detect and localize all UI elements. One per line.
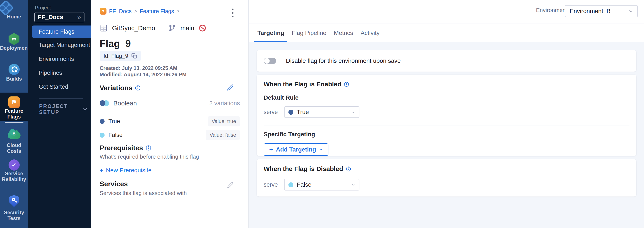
plus-icon: + [269, 146, 273, 153]
disabled-serve-select[interactable]: False [284, 179, 360, 190]
info-icon[interactable] [344, 82, 349, 87]
rail-label: Service [0, 171, 28, 176]
tab-activity[interactable]: Activity [361, 24, 380, 42]
pencil-icon [227, 84, 234, 91]
serve-label: serve [264, 109, 278, 116]
sidebar-item-label: Environments [39, 56, 74, 62]
nav-module-feature-flags[interactable]: ⚑ Feature Flags [0, 96, 28, 123]
breadcrumb-link-project[interactable]: FF_Docs [109, 8, 132, 15]
prerequisites-subtitle: What's required before enabling this fla… [100, 153, 199, 160]
prerequisites-heading: Prerequisites [100, 144, 143, 152]
sidebar-item-pipelines[interactable]: Pipelines [28, 67, 91, 79]
rail-label: Security Tests [0, 209, 28, 221]
project-setup-section[interactable]: PROJECT SETUP [39, 103, 86, 115]
variation-row-true: True Value: true [100, 116, 240, 127]
add-targeting-label: Add Targeting [276, 146, 316, 153]
rail-label: Cloud Costs [0, 142, 28, 154]
nav-module-cloud-costs[interactable]: $ Cloud Costs [0, 128, 28, 154]
add-targeting-button[interactable]: + Add Targeting [264, 143, 328, 156]
active-module-underline [5, 122, 24, 123]
copy-icon[interactable] [131, 53, 137, 59]
expand-projects-icon[interactable]: » [77, 14, 81, 20]
git-branch-icon [168, 24, 176, 32]
variation-value-badge: Value: true [208, 116, 240, 127]
tab-metrics[interactable]: Metrics [334, 24, 353, 42]
false-variation-dot [288, 182, 293, 187]
variation-type-label: Boolean [113, 100, 137, 107]
breadcrumb-link-feature-flags[interactable]: Feature Flags [140, 8, 174, 15]
info-icon[interactable] [346, 166, 351, 172]
sidebar-item-get-started[interactable]: Get Started [28, 81, 91, 93]
tab-label: Targeting [258, 30, 284, 36]
info-icon[interactable] [146, 145, 152, 151]
tab-label: Flag Pipeline [292, 30, 326, 36]
disabled-serve-value: False [297, 181, 348, 188]
variation-count: 2 variations [209, 100, 240, 107]
tab-flag-pipeline[interactable]: Flag Pipeline [292, 24, 326, 42]
nav-module-service-reliability[interactable]: ✓ Service Reliability [0, 159, 28, 182]
flag-options-menu-button[interactable] [229, 8, 236, 18]
sidebar-item-feature-flags[interactable]: Feature Flags [32, 26, 91, 38]
edit-variations-button[interactable] [227, 84, 236, 92]
gitsync-repo-name: GitSync_Demo [112, 25, 155, 32]
variation-row-false: False Value: false [100, 130, 240, 141]
rail-label: Builds [0, 76, 28, 82]
enabled-heading: When the Flag is Enabled [264, 81, 341, 88]
enabled-serve-select[interactable]: True [284, 106, 360, 118]
plus-icon: + [100, 167, 104, 174]
breadcrumb-separator: > [176, 8, 180, 14]
true-variation-dot [100, 119, 104, 124]
nav-module-security-tests[interactable]: Security Tests [0, 195, 28, 221]
tab-label: Activity [361, 30, 380, 36]
targeting-content: Disable flag for this environment upon s… [249, 42, 644, 228]
sidebar-item-environments[interactable]: Environments [28, 53, 91, 65]
nav-module-deployments[interactable]: ∞ Deployments [0, 33, 28, 51]
chevron-down-icon [628, 9, 633, 14]
environment-label: Environment [536, 7, 567, 14]
breadcrumb: ⚑ FF_Docs > Feature Flags > [100, 8, 180, 15]
sidebar-item-label: Get Started [39, 84, 68, 90]
chevron-down-icon [83, 107, 87, 110]
chevron-down-icon [319, 148, 323, 152]
flag-enabled-card: When the Flag is Enabled Default Rule se… [257, 75, 636, 156]
targeting-panel: Environment Environment_B Targeting Flag… [248, 0, 644, 228]
disabled-serve-row: serve False [264, 179, 630, 190]
sidebar-item-label: Pipelines [39, 70, 62, 76]
nav-module-home[interactable]: Home [0, 2, 28, 20]
tab-label: Metrics [334, 30, 353, 36]
services-subtitle: Services this flag is associated with [100, 190, 187, 196]
project-sidebar: Project FF_Docs » Feature Flags Target M… [28, 0, 91, 228]
default-rule-label: Default Rule [264, 94, 630, 101]
services-heading-row: Services [100, 180, 128, 188]
git-branch-name[interactable]: main [180, 25, 194, 32]
chevron-down-icon [351, 183, 355, 187]
git-sync-disabled-icon [199, 24, 206, 32]
new-prerequisite-button[interactable]: + New Prerequisite [100, 167, 152, 174]
module-rail: Home ∞ Deployments Builds ⚑ Feature Flag… [0, 0, 28, 228]
environment-select[interactable]: Environment_B [565, 5, 638, 17]
tab-targeting[interactable]: Targeting [258, 24, 284, 42]
sidebar-item-label: Target Management [39, 42, 90, 48]
info-icon[interactable] [135, 85, 141, 91]
rail-label: Deployments [0, 45, 28, 51]
rail-label: Reliability [0, 176, 28, 182]
true-variation-dot [288, 110, 293, 115]
flag-created-text: Created: July 13, 2022 09:25 AM [100, 65, 177, 71]
flag-id-text: Id: Flag_9 [104, 53, 128, 59]
project-selector[interactable]: FF_Docs » [34, 12, 84, 22]
project-setup-label: PROJECT SETUP [39, 103, 78, 115]
sidebar-item-target-management[interactable]: Target Management [28, 39, 91, 51]
project-name: FF_Docs [38, 14, 77, 21]
cloud-costs-icon: $ [8, 132, 20, 139]
disable-flag-toggle[interactable] [264, 58, 276, 64]
disable-flag-card: Disable flag for this environment upon s… [257, 50, 636, 72]
feature-flags-icon: ⚑ [8, 96, 20, 108]
edit-services-button[interactable] [227, 182, 236, 190]
security-tests-icon [9, 195, 19, 207]
divider [264, 126, 630, 126]
false-variation-dot [100, 133, 104, 138]
nav-module-builds[interactable]: Builds [0, 64, 28, 82]
divider [162, 24, 162, 33]
project-label: Project [35, 5, 51, 11]
flag-id-chip: Id: Flag_9 [100, 51, 141, 61]
